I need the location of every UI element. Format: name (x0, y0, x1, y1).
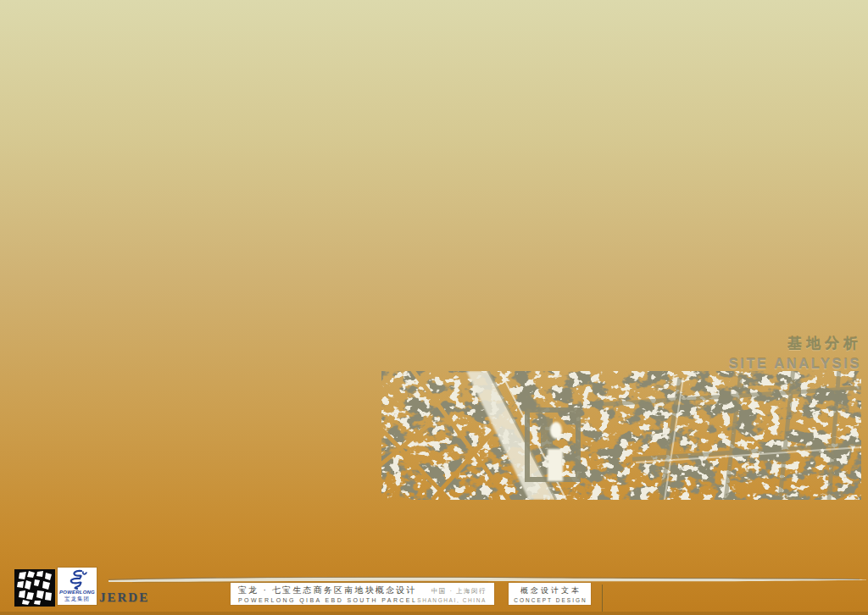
heading-chinese: 基地分析 (729, 334, 862, 353)
document-type-english: CONCEPT DESIGN (514, 597, 587, 603)
jerde-logo-icon (14, 569, 55, 607)
project-title-row-en: POWERLONG QIBA EBD SOUTH PARCEL SHANGHAI… (238, 596, 487, 603)
project-location-english: SHANGHAI, CHINA (417, 597, 487, 603)
project-title-row-cn: 宝龙 · 七宝生态商务区南地块概念设计 中国 · 上海闵行 (238, 585, 487, 596)
project-location-chinese: 中国 · 上海闵行 (431, 587, 487, 596)
brush-stroke-divider (107, 573, 868, 583)
powerlong-name: POWERLONG (59, 590, 95, 596)
footer-vertical-divider (602, 585, 603, 612)
project-title-chinese: 宝龙 · 七宝生态商务区南地块概念设计 (238, 585, 417, 596)
document-type-box: 概念设计文本 CONCEPT DESIGN (509, 583, 591, 605)
aerial-map-graphic (381, 371, 861, 500)
slide-page: 基地分析 SITE ANALYSIS (0, 0, 868, 615)
aerial-site-map (381, 371, 861, 500)
jerde-wordmark: JERDE (99, 590, 149, 605)
powerlong-group-cn: 宝龙集团 (64, 596, 90, 602)
document-type-chinese: 概念设计文本 (520, 585, 581, 596)
bottom-edge-shade (0, 612, 868, 615)
section-heading: 基地分析 SITE ANALYSIS (729, 334, 860, 372)
project-title-english: POWERLONG QIBA EBD SOUTH PARCEL (238, 597, 417, 603)
powerlong-dragon-icon (64, 569, 90, 590)
powerlong-logo: POWERLONG 宝龙集团 (58, 568, 97, 605)
project-title-box: 宝龙 · 七宝生态商务区南地块概念设计 中国 · 上海闵行 POWERLONG … (231, 583, 494, 605)
heading-english: SITE ANALYSIS (729, 356, 861, 372)
jerde-fragment-logo (14, 569, 55, 607)
